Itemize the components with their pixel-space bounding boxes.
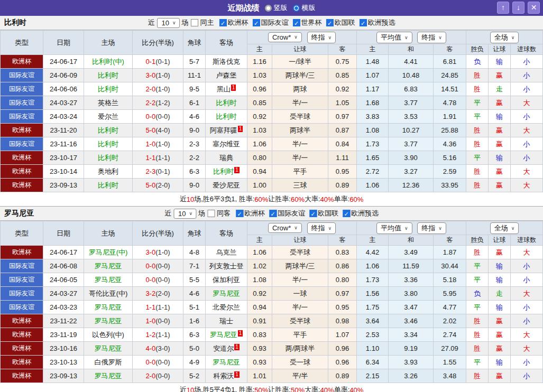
away-team-cell: 列支敦士登 [206,259,247,273]
crow-home-odds-cell: 0.94 [247,301,272,314]
score-cell: 2-3(0-1) [133,165,183,179]
result-handicap-cell: 赢 [489,137,511,151]
close-button[interactable]: ✕ [528,2,540,14]
crow-handicap-cell: 半/一 [272,273,328,287]
full-time-score: 4-0 [145,344,155,352]
date-cell: 24-03-27 [43,96,84,110]
full-match-select[interactable]: 全场∨ [490,222,519,234]
competition-filters: ✓欧洲杯✓国际友谊✓欧国联✓欧洲预选 [233,209,379,218]
corner-cell: 5-5 [183,273,206,287]
crow-away-odds-cell: 0.97 [328,287,357,301]
date-cell: 24-03-27 [43,287,84,301]
filter-controls: 近 10 ∨ 场 同主 ✓欧洲杯✓国际友谊✓世界杯✓欧国联✓欧洲预选 [148,18,395,28]
fulltime-group: 全场∨ [466,221,543,235]
layout-vertical-option[interactable]: 竖版 [265,3,288,13]
result-goals-cell: 小 [511,55,543,69]
team-name-text: 罗马尼亚 [95,317,122,325]
same-venue-checkbox[interactable] [207,210,215,217]
away-team-cell: 科索沃1 [206,369,247,383]
competition-checkbox[interactable]: ✓ [236,210,243,217]
radio-selected-icon [293,5,300,12]
avg-home-odds-cell: 1.07 [357,69,389,82]
competition-cell: 欧洲杯 [1,342,43,356]
match-row: 国际友谊 24-06-08 罗马尼亚 0-0(0-0) 7-1 列支敦士登 1.… [1,259,543,273]
same-venue-checkbox[interactable] [191,19,198,26]
layout-horizontal-option[interactable]: 横版 [293,3,316,13]
date-cell: 23-10-16 [43,342,84,356]
result-wdl-cell: 平 [466,356,489,369]
home-team-cell: 比利时 [84,151,133,165]
chevron-down-icon: ∨ [172,20,176,25]
match-row: 欧洲杯 24-06-17 罗马尼亚(中) 3-0(1-0) 4-8 乌克兰 1.… [1,246,543,259]
avg-home-odds-cell: 4.42 [357,246,389,259]
team-name-text: 比利时 [98,181,118,189]
avg-away-odds-cell: 14.51 [434,82,466,96]
crow-away-odds-cell: 0.75 [328,55,357,69]
crow-home-odds-cell: 1.06 [247,137,272,151]
avg-away-odds-cell: 4.77 [434,301,466,314]
corner-cell: 11-1 [183,69,206,82]
final-index-select-1[interactable]: 终指∨ [307,32,336,43]
average-select[interactable]: 平均值∨ [376,32,412,43]
competition-checkbox[interactable]: ✓ [343,210,350,217]
result-handicap-cell: 输 [489,55,511,69]
crow-away-odds-cell: 0.98 [328,314,357,328]
final-index-select-2[interactable]: 终指∨ [417,222,446,234]
full-time-score: 3-0 [145,71,155,79]
titlebar: 近期战绩 竖版 横版 ↑ ↓ ✕ [0,0,543,16]
competition-cell: 欧洲杯 [1,314,43,328]
result-wdl-cell: 负 [466,55,489,69]
home-team-cell: 比利时 [84,179,133,192]
move-up-button[interactable]: ↑ [497,2,509,14]
match-count-select[interactable]: 10 ∨ [173,209,196,219]
competition-checkbox[interactable]: ✓ [269,210,277,217]
competition-checkbox[interactable]: ✓ [309,210,317,217]
competition-checkbox[interactable]: ✓ [360,19,367,26]
competition-checkbox[interactable]: ✓ [326,19,334,26]
avg-home-odds-cell: 1.08 [357,124,389,137]
score-cell: 0-0(0-0) [133,273,183,287]
final-index-select-1[interactable]: 终指∨ [307,222,336,234]
bookmaker-select[interactable]: Crow*∨ [268,32,302,42]
full-match-select[interactable]: 全场∨ [490,32,519,43]
filter-bar: 比利时 近 10 ∨ 场 同主 ✓欧洲杯✓国际友谊✓世界杯✓欧国联✓欧洲预选 [0,16,543,30]
match-count-select[interactable]: 10 ∨ [157,18,179,28]
away-team-cell: 罗马尼亚 [206,287,247,301]
score-cell: 0-0(0-0) [133,259,183,273]
team-name-text: 比利时 [98,154,118,162]
avg-draw-odds-cell: 4.41 [389,55,434,69]
result-wdl-cell: 胜 [466,124,489,137]
home-team-cell: 奥地利 [84,165,133,179]
summary-part: 40% [320,386,334,392]
competition-checkbox[interactable]: ✓ [253,19,260,26]
competition-checkbox[interactable]: ✓ [293,19,300,26]
move-down-button[interactable]: ↓ [512,2,524,14]
summary-part: 40% [349,386,363,392]
date-cell: 23-11-19 [43,328,84,342]
competition-cell: 欧洲杯 [1,246,43,259]
score-cell: 1-1(1-1) [133,151,183,165]
result-handicap-cell: 输 [489,356,511,369]
away-team-cell: 塞尔维亚 [206,137,247,151]
team-name-text: 罗马尼亚(中) [89,248,128,256]
competition-label: 欧洲预选 [368,18,395,27]
bookmaker-select[interactable]: Crow*∨ [268,223,302,233]
avg-away-odds-cell: 25.88 [434,124,466,137]
subcol-handicap-result: 让球 [489,44,511,55]
full-time-score: 3-0 [145,248,155,256]
result-handicap-cell: 赢 [489,314,511,328]
crow-away-odds-cell: 1.07 [328,328,357,342]
average-select[interactable]: 平均值∨ [376,222,412,234]
avg-draw-odds-cell: 3.47 [389,301,434,314]
competition-checkbox[interactable]: ✓ [219,19,227,26]
final-index-select-2[interactable]: 终指∨ [417,32,446,43]
crow-handicap-cell: 两球半/三 [272,69,328,82]
col-corner: 角球 [183,31,206,55]
subcol-crow-home: 主 [247,44,272,55]
team-name-text: 比利时 [216,99,237,107]
half-time-score: (3-0) [155,344,170,352]
half-time-score: (1-0) [155,140,170,148]
avg-home-odds-cell: 2.15 [357,369,389,383]
result-goals-cell: 大 [511,124,543,137]
full-time-score: 1-1 [145,154,155,162]
